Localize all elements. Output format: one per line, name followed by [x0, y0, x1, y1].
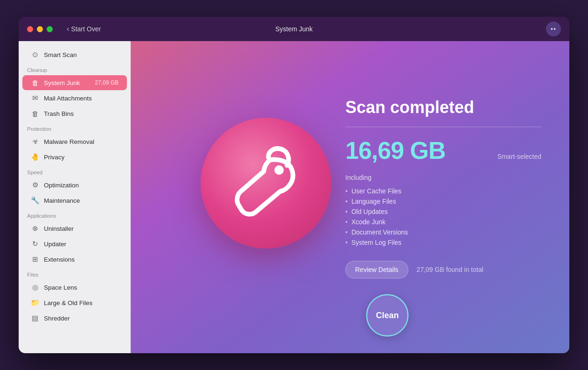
including-label: Including — [345, 174, 541, 181]
sidebar-malware-label: Malware Removal — [44, 138, 94, 145]
dots-icon: •• — [551, 25, 556, 33]
sidebar-item-uninstaller[interactable]: ⊗ Uninstaller — [22, 221, 127, 236]
svg-point-0 — [274, 165, 284, 175]
files-section-label: Files — [19, 267, 131, 279]
sidebar-item-updater[interactable]: ↻ Updater — [22, 236, 127, 251]
sidebar-item-maintenance[interactable]: 🔧 Maintenance — [22, 193, 127, 208]
sidebar-uninstaller-label: Uninstaller — [44, 225, 74, 232]
uninstaller-icon: ⊗ — [31, 224, 39, 233]
clean-button-area: Clean — [366, 294, 408, 336]
sidebar-item-large-old-files[interactable]: 📁 Large & Old Files — [22, 295, 127, 310]
malware-icon: ☣ — [31, 137, 39, 146]
sidebar-item-malware-removal[interactable]: ☣ Malware Removal — [22, 134, 127, 149]
back-label: Start Over — [71, 25, 101, 33]
sidebar-smart-scan-label: Smart Scan — [44, 51, 77, 58]
titlebar: ‹ Start Over System Junk •• — [19, 17, 569, 41]
sidebar-item-shredder[interactable]: ▤ Shredder — [22, 311, 127, 326]
sidebar-trash-label: Trash Bins — [44, 110, 74, 117]
sidebar-item-trash-bins[interactable]: 🗑 Trash Bins — [22, 106, 127, 121]
cleanup-section-label: Cleanup — [19, 63, 131, 75]
content-area: Scan completed 16,69 GB Smart-selected I… — [131, 41, 569, 353]
updater-icon: ↻ — [31, 240, 39, 248]
found-total-label: 27,09 GB found in total — [417, 266, 483, 273]
logo-circle — [201, 118, 331, 249]
protection-section-label: Protection — [19, 121, 131, 134]
sidebar: ⊙ Smart Scan Cleanup 🗑 System Junk 27,09… — [19, 41, 131, 353]
minimize-button[interactable] — [37, 26, 43, 32]
sidebar-item-space-lens[interactable]: ◎ Space Lens — [22, 280, 127, 295]
maximize-button[interactable] — [47, 26, 53, 32]
applications-section-label: Applications — [19, 208, 131, 221]
sidebar-maintenance-label: Maintenance — [44, 197, 80, 204]
list-item: Document Versions — [345, 227, 541, 237]
items-list: User Cache Files Language Files Old Upda… — [345, 186, 541, 248]
space-lens-icon: ◎ — [31, 283, 39, 292]
trash-icon: 🗑 — [31, 109, 39, 118]
back-button[interactable]: ‹ Start Over — [67, 25, 101, 33]
sidebar-item-optimization[interactable]: ⚙ Optimization — [22, 178, 127, 192]
close-button[interactable] — [27, 26, 33, 32]
action-row: Review Details 27,09 GB found in total — [345, 261, 541, 278]
app-window: ‹ Start Over System Junk •• ⊙ Smart Scan… — [19, 17, 569, 353]
speed-section-label: Speed — [19, 165, 131, 177]
sidebar-item-smart-scan[interactable]: ⊙ Smart Scan — [22, 47, 127, 62]
sidebar-updater-label: Updater — [44, 241, 66, 248]
mail-icon: ✉ — [31, 94, 39, 102]
chevron-left-icon: ‹ — [67, 25, 69, 33]
sidebar-privacy-label: Privacy — [44, 154, 64, 161]
smart-selected-label: Smart-selected — [497, 153, 541, 160]
system-junk-icon: 🗑 — [31, 78, 39, 87]
profile-button[interactable]: •• — [546, 21, 561, 36]
privacy-icon: 🤚 — [31, 153, 39, 161]
sidebar-optimization-label: Optimization — [44, 182, 79, 189]
window-title: System Junk — [275, 25, 313, 33]
sidebar-system-junk-label: System Junk — [44, 79, 80, 86]
extensions-icon: ⊞ — [31, 255, 39, 263]
size-row: 16,69 GB Smart-selected — [345, 136, 541, 164]
info-panel: Scan completed 16,69 GB Smart-selected I… — [345, 98, 541, 278]
large-files-icon: 📁 — [31, 299, 39, 307]
sidebar-space-lens-label: Space Lens — [44, 284, 77, 291]
scan-completed-title: Scan completed — [345, 98, 541, 117]
list-item: Xcode Junk — [345, 217, 541, 227]
list-item: System Log Files — [345, 237, 541, 248]
optimization-icon: ⚙ — [31, 181, 39, 189]
sidebar-item-system-junk[interactable]: 🗑 System Junk 27,09 GB — [22, 75, 127, 90]
sidebar-item-extensions[interactable]: ⊞ Extensions — [22, 252, 127, 267]
list-item: User Cache Files — [345, 186, 541, 196]
sidebar-large-files-label: Large & Old Files — [44, 299, 92, 306]
sidebar-mail-label: Mail Attachments — [44, 95, 92, 102]
clean-button[interactable]: Clean — [366, 294, 408, 336]
sidebar-item-privacy[interactable]: 🤚 Privacy — [22, 149, 127, 164]
list-item: Language Files — [345, 196, 541, 206]
smart-scan-icon: ⊙ — [31, 50, 39, 59]
list-item: Old Updates — [345, 206, 541, 217]
size-value: 16,69 GB — [345, 136, 446, 164]
review-details-button[interactable]: Review Details — [345, 261, 408, 278]
divider — [345, 127, 541, 127]
system-junk-badge: 27,09 GB — [95, 79, 119, 86]
sidebar-extensions-label: Extensions — [44, 256, 75, 263]
maintenance-icon: 🔧 — [31, 196, 39, 205]
sidebar-item-mail-attachments[interactable]: ✉ Mail Attachments — [22, 91, 127, 106]
app-logo — [201, 118, 331, 249]
shredder-icon: ▤ — [31, 314, 39, 322]
main-content: ⊙ Smart Scan Cleanup 🗑 System Junk 27,09… — [19, 41, 569, 353]
traffic-lights — [27, 26, 53, 32]
logo-svg — [219, 136, 313, 230]
sidebar-shredder-label: Shredder — [44, 315, 70, 322]
